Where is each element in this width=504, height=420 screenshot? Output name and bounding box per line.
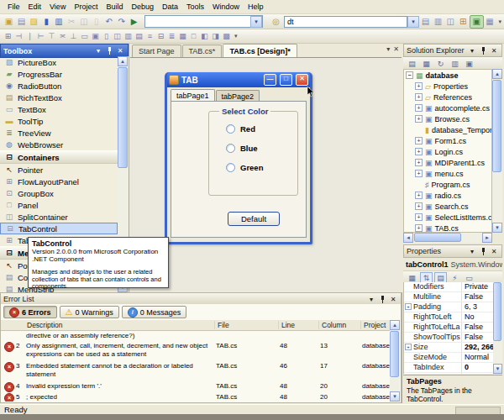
expand-icon[interactable]: + bbox=[415, 202, 423, 210]
expand-icon[interactable]: + bbox=[415, 224, 423, 232]
auto-hide-pin-icon[interactable] bbox=[104, 46, 114, 55]
collapse-icon[interactable]: ⊟ bbox=[4, 153, 14, 161]
toolbox-item-treeview[interactable]: ≣TreeView bbox=[0, 127, 118, 139]
property-value[interactable]: No bbox=[462, 312, 493, 322]
center-horizontally-icon[interactable]: ◧ bbox=[199, 30, 210, 42]
tree-item-selectlistitems-cs[interactable]: +▣SelectListItems.cs bbox=[404, 212, 491, 223]
property-value[interactable]: 6, 3 bbox=[462, 302, 493, 312]
error-row[interactable]: ×2Only assignment, call, increment, decr… bbox=[1, 341, 390, 361]
cut-icon[interactable]: ✂ bbox=[66, 16, 78, 28]
save-icon[interactable]: ▮ bbox=[40, 16, 53, 28]
toolbox-item-progressbar[interactable]: ▰ProgressBar bbox=[0, 68, 118, 80]
close-icon[interactable]: ✕ bbox=[489, 247, 499, 256]
window-position-icon[interactable]: ▾ bbox=[93, 46, 103, 55]
solution-tree-hscrollbar[interactable]: ◄ ► bbox=[403, 233, 492, 243]
toolbox-item-picturebox[interactable]: ▧PictureBox bbox=[0, 56, 118, 68]
same-height-icon[interactable]: ▯ bbox=[101, 30, 112, 42]
toolbox-item-groupbox[interactable]: ⊡GroupBox bbox=[0, 187, 118, 199]
solution-config-combo[interactable]: ▾ bbox=[144, 15, 263, 28]
form-title-bar[interactable]: TAB — □ ✕ bbox=[167, 72, 310, 87]
tree-item-properties[interactable]: +▱Properties bbox=[404, 81, 491, 92]
toolbox-item-webbrowser[interactable]: ◍WebBrowser bbox=[0, 139, 118, 150]
copy-icon[interactable]: ◫ bbox=[77, 16, 90, 28]
decrease-vertical-spacing-icon[interactable]: ▦ bbox=[177, 30, 188, 42]
property-value[interactable]: 292, 266 bbox=[462, 343, 493, 352]
designer-tab-tabpage1[interactable]: tabPage1 bbox=[171, 89, 215, 102]
radio-option-red[interactable]: Red bbox=[226, 123, 255, 134]
expand-icon[interactable]: + bbox=[415, 192, 423, 199]
property-row-righttoleftla[interactable]: RightToLeftLaFalse bbox=[404, 323, 493, 333]
menu-file[interactable]: File bbox=[3, 2, 24, 12]
toolbox-item-panel[interactable]: □Panel bbox=[0, 199, 118, 211]
property-row-modifiers[interactable]: ModifiersPrivate bbox=[404, 282, 493, 292]
undo-icon[interactable]: ↶ bbox=[102, 16, 115, 28]
filter-6-errors[interactable]: ×6 Errors bbox=[3, 306, 57, 318]
property-row-righttoleft[interactable]: RightToLeftNo bbox=[404, 312, 493, 323]
align-rights-icon[interactable]: ⊢ bbox=[35, 30, 46, 42]
toolbox-item-tabcontrol[interactable]: ⊟TabControl bbox=[0, 223, 118, 234]
align-bottoms-icon[interactable]: ⊥ bbox=[68, 30, 79, 42]
window-position-icon[interactable]: ▾ bbox=[467, 46, 477, 55]
doc-tab-tab-cs-design[interactable]: TAB.cs [Design]* bbox=[223, 44, 297, 57]
auto-hide-pin-icon[interactable] bbox=[478, 247, 488, 256]
toolbox-item-splitcontainer[interactable]: ◫SplitContainer bbox=[0, 211, 118, 223]
expand-icon[interactable]: + bbox=[415, 104, 423, 112]
column-header-column[interactable]: Column bbox=[318, 321, 346, 329]
menu-view[interactable]: View bbox=[45, 2, 70, 12]
column-header-line[interactable]: Line bbox=[278, 321, 295, 329]
window-position-icon[interactable]: ▾ bbox=[467, 247, 477, 256]
object-browser-icon[interactable]: ◫ bbox=[444, 16, 457, 28]
toolbox-item-radiobutton[interactable]: ◉RadioButton bbox=[0, 80, 118, 92]
expand-icon[interactable]: + bbox=[415, 93, 423, 101]
property-value[interactable]: Private bbox=[462, 282, 493, 291]
tree-item-autocomplete-cs[interactable]: +▣autocomplete.cs bbox=[404, 102, 491, 113]
menu-project[interactable]: Project bbox=[70, 2, 102, 12]
property-row-tabpages[interactable]: TabPages(Collection) bbox=[404, 373, 493, 374]
align-middles-icon[interactable]: ≍ bbox=[57, 30, 68, 42]
toolbox-item-flowlayoutpanel[interactable]: ⊞FlowLayoutPanel bbox=[0, 176, 118, 187]
default-button[interactable]: Default bbox=[228, 212, 280, 226]
scroll-down-icon[interactable]: ▼ bbox=[492, 223, 502, 233]
toolbox-section-containers[interactable]: ⊟Containers bbox=[0, 150, 118, 164]
find-dropdown-icon[interactable]: ▾ bbox=[407, 16, 419, 28]
property-row-showtooltips[interactable]: ShowToolTipsFalse bbox=[404, 333, 493, 343]
auto-hide-pin-icon[interactable] bbox=[478, 46, 488, 55]
tree-item-database[interactable]: −▦database bbox=[404, 70, 491, 81]
center-vertically-icon[interactable]: ◨ bbox=[210, 30, 221, 42]
radio-option-green[interactable]: Green bbox=[226, 162, 263, 172]
property-row-sizemode[interactable]: SizeModeNormal bbox=[404, 353, 493, 363]
tree-item-login-cs[interactable]: +▣Login.cs bbox=[404, 146, 491, 157]
expand-icon[interactable]: + bbox=[415, 115, 423, 123]
tree-item-references[interactable]: +▱References bbox=[404, 92, 491, 102]
toolbox-icon[interactable]: ⊞ bbox=[457, 16, 470, 28]
minimize-icon[interactable]: — bbox=[264, 74, 276, 86]
toolbar-overflow-icon[interactable]: ▾ bbox=[498, 18, 501, 25]
remove-vertical-spacing-icon[interactable]: □ bbox=[188, 30, 199, 42]
property-row-size[interactable]: Size+292, 266 bbox=[404, 343, 493, 353]
tree-item-mdiparent1-cs[interactable]: +▣MDIParent1.cs bbox=[404, 157, 491, 168]
tree-item-search-cs[interactable]: +▣Search.cs bbox=[404, 201, 491, 212]
property-value[interactable]: False bbox=[462, 323, 493, 332]
property-value[interactable]: Normal bbox=[462, 353, 493, 362]
property-grid-scrollbar[interactable]: ▼ bbox=[493, 282, 502, 374]
toolbox-item-tooltip[interactable]: ▬ToolTip bbox=[0, 115, 118, 127]
menu-edit[interactable]: Edit bbox=[24, 2, 46, 12]
solution-explorer-icon[interactable]: ▤ bbox=[419, 16, 432, 28]
expand-icon[interactable]: + bbox=[415, 82, 423, 90]
scroll-down-icon[interactable]: ▼ bbox=[493, 364, 502, 374]
close-icon[interactable]: ✕ bbox=[115, 46, 125, 55]
new-project-icon[interactable]: ▣ bbox=[3, 16, 15, 28]
menu-build[interactable]: Build bbox=[102, 2, 127, 12]
paste-icon[interactable]: ▯ bbox=[90, 16, 102, 28]
same-size-icon[interactable]: ▣ bbox=[90, 30, 101, 42]
toolbar-overflow-icon[interactable]: ▾ bbox=[234, 33, 238, 39]
tab-page-surface[interactable]: Select Color RedBlueGreen Default bbox=[171, 101, 307, 238]
expand-icon[interactable]: + bbox=[415, 159, 423, 166]
increase-vertical-spacing-icon[interactable]: ≣ bbox=[166, 30, 177, 42]
select-color-groupbox[interactable]: Select Color RedBlueGreen bbox=[208, 111, 298, 196]
menu-data[interactable]: Data bbox=[158, 2, 182, 12]
document-list-dropdown-icon[interactable]: ▾ bbox=[386, 45, 390, 53]
align-centers-icon[interactable]: ∣ bbox=[24, 30, 35, 42]
tree-item-program-cs[interactable]: ♯Program.cs bbox=[404, 179, 491, 190]
toolbox-item-richtextbox[interactable]: ▤RichTextBox bbox=[0, 92, 118, 103]
